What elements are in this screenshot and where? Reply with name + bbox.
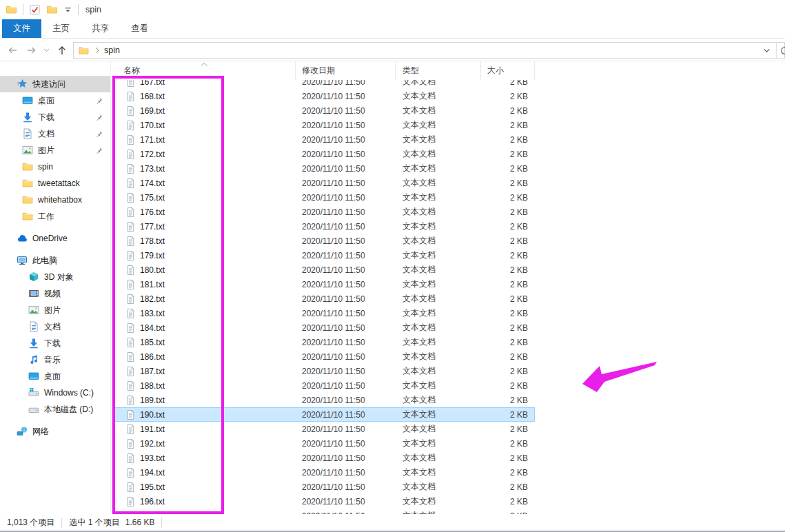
file-row[interactable]: 182.txt 2020/11/10 11:50 文本文档 2 KB <box>114 291 535 306</box>
file-row[interactable]: 178.txt 2020/11/10 11:50 文本文档 2 KB <box>114 234 535 248</box>
address-bar[interactable]: spin <box>73 42 785 59</box>
text-file-icon <box>125 105 136 116</box>
file-name-cell: 179.txt <box>114 250 296 261</box>
sidebar-item[interactable]: 文档 <box>0 125 110 142</box>
file-row[interactable]: 195.txt 2020/11/10 11:50 文本文档 2 KB <box>114 480 535 494</box>
file-size: 2 KB <box>481 222 535 232</box>
file-row[interactable]: 193.txt 2020/11/10 11:50 文本文档 2 KB <box>114 451 535 465</box>
sidebar-item[interactable]: whitehatbox <box>0 192 110 208</box>
file-date: 2020/11/10 11:50 <box>296 352 396 362</box>
sidebar-item[interactable]: 快速访问 <box>0 76 110 92</box>
file-name: 184.txt <box>140 323 165 333</box>
column-header-size[interactable]: 大小 <box>481 61 535 80</box>
ribbon-tab[interactable]: 主页 <box>41 19 81 38</box>
file-row[interactable]: 192.txt 2020/11/10 11:50 文本文档 2 KB <box>114 436 535 451</box>
ribbon-tab[interactable]: 共享 <box>81 19 120 38</box>
file-name: 170.txt <box>140 121 165 130</box>
sidebar-item[interactable]: 图片 <box>0 142 110 158</box>
file-row[interactable]: 180.txt 2020/11/10 11:50 文本文档 2 KB <box>114 263 535 277</box>
sidebar-item[interactable]: 图片 <box>0 302 110 318</box>
file-row[interactable]: 187.txt 2020/11/10 11:50 文本文档 2 KB <box>114 364 535 378</box>
file-date: 2020/11/10 11:50 <box>296 309 396 318</box>
properties-check-icon[interactable] <box>29 4 41 15</box>
file-row[interactable]: 174.txt 2020/11/10 11:50 文本文档 2 KB <box>114 176 535 190</box>
file-row[interactable]: 171.txt 2020/11/10 11:50 文本文档 2 KB <box>114 132 535 147</box>
text-file-icon <box>125 120 136 131</box>
column-header-label: 名称 <box>123 65 140 76</box>
selection-size: 1.66 KB <box>125 518 155 527</box>
file-row[interactable]: 185.txt 2020/11/10 11:50 文本文档 2 KB <box>114 335 535 349</box>
file-row[interactable]: 191.txt 2020/11/10 11:50 文本文档 2 KB <box>114 422 535 436</box>
file-row[interactable]: 197.txt 2020/11/10 11:50 文本文档 2 KB <box>114 509 535 514</box>
file-row[interactable]: 184.txt 2020/11/10 11:50 文本文档 2 KB <box>114 320 535 335</box>
file-size: 2 KB <box>481 396 535 405</box>
file-type: 文本文档 <box>396 206 481 218</box>
sidebar-item[interactable]: 桌面 <box>0 92 110 109</box>
address-dropdown-icon[interactable] <box>763 48 771 53</box>
refresh-icon[interactable] <box>779 45 785 56</box>
up-button[interactable] <box>55 43 69 57</box>
text-file-icon <box>125 163 136 174</box>
text-file-icon <box>125 236 136 247</box>
file-row[interactable]: 186.txt 2020/11/10 11:50 文本文档 2 KB <box>114 349 535 364</box>
file-row[interactable]: 175.txt 2020/11/10 11:50 文本文档 2 KB <box>114 190 535 205</box>
recent-locations-button[interactable] <box>41 43 51 57</box>
column-header-name[interactable]: 名称 <box>111 61 296 80</box>
forward-button[interactable] <box>25 43 39 57</box>
sidebar-item[interactable]: 3D 对象 <box>0 269 110 285</box>
file-row[interactable]: 173.txt 2020/11/10 11:50 文本文档 2 KB <box>114 161 535 176</box>
column-header-date[interactable]: 修改日期 <box>296 61 396 80</box>
sidebar-item[interactable]: 工作 <box>0 208 110 225</box>
file-row[interactable]: 188.txt 2020/11/10 11:50 文本文档 2 KB <box>114 378 535 393</box>
sidebar-item[interactable]: 音乐 <box>0 351 110 368</box>
sidebar-item-label: Windows (C:) <box>44 388 94 398</box>
sidebar-item[interactable]: 下载 <box>0 335 110 351</box>
ribbon-tab[interactable]: 查看 <box>120 19 159 38</box>
sidebar-item[interactable]: 文档 <box>0 318 110 335</box>
sidebar-item[interactable]: OneDrive <box>0 230 110 247</box>
file-size: 2 KB <box>481 280 535 289</box>
file-row[interactable]: 167.txt 2020/11/10 11:50 文本文档 2 KB <box>114 80 535 89</box>
sidebar-item[interactable]: 本地磁盘 (D:) <box>0 401 110 418</box>
back-button[interactable] <box>6 43 19 57</box>
file-size: 2 KB <box>481 164 535 174</box>
breadcrumb-chevron-icon[interactable] <box>95 47 100 54</box>
file-row[interactable]: 190.txt 2020/11/10 11:50 文本文档 2 KB <box>114 407 535 422</box>
sidebar-item-label: 此电脑 <box>32 255 57 267</box>
file-name-cell: 187.txt <box>114 366 296 377</box>
file-date: 2020/11/10 11:50 <box>296 121 396 130</box>
explorer-app-folder-icon <box>6 4 17 15</box>
file-row[interactable]: 179.txt 2020/11/10 11:50 文本文档 2 KB <box>114 248 535 263</box>
sidebar-item[interactable]: 此电脑 <box>0 252 110 269</box>
file-row[interactable]: 196.txt 2020/11/10 11:50 文本文档 2 KB <box>114 494 535 509</box>
file-row[interactable]: 181.txt 2020/11/10 11:50 文本文档 2 KB <box>114 277 535 291</box>
sidebar-item-icon <box>28 321 39 332</box>
file-date: 2020/11/10 11:50 <box>296 222 396 232</box>
customize-quick-access-dropdown-icon[interactable] <box>63 4 72 15</box>
sidebar-item[interactable]: 下载 <box>0 109 110 125</box>
file-row[interactable]: 168.txt 2020/11/10 11:50 文本文档 2 KB <box>114 89 535 103</box>
pin-icon <box>94 113 103 122</box>
sidebar-item[interactable]: 桌面 <box>0 368 110 385</box>
sidebar-item[interactable]: 视频 <box>0 285 110 302</box>
file-row[interactable]: 194.txt 2020/11/10 11:50 文本文档 2 KB <box>114 465 535 480</box>
sidebar-item[interactable]: 网络 <box>0 423 110 440</box>
sidebar-item[interactable]: spin <box>0 158 110 175</box>
file-row[interactable]: 169.txt 2020/11/10 11:50 文本文档 2 KB <box>114 103 535 118</box>
file-size: 2 KB <box>481 352 535 362</box>
file-name-cell: 174.txt <box>114 178 296 189</box>
file-row[interactable]: 177.txt 2020/11/10 11:50 文本文档 2 KB <box>114 219 535 234</box>
file-size: 2 KB <box>481 207 535 217</box>
file-row[interactable]: 183.txt 2020/11/10 11:50 文本文档 2 KB <box>114 306 535 320</box>
ribbon-tab[interactable]: 文件 <box>2 19 41 38</box>
breadcrumb-location[interactable]: spin <box>104 45 120 55</box>
column-header-type[interactable]: 类型 <box>396 61 481 80</box>
sidebar-item[interactable]: tweetattack <box>0 175 110 192</box>
file-row[interactable]: 170.txt 2020/11/10 11:50 文本文档 2 KB <box>114 118 535 132</box>
file-size: 2 KB <box>481 497 535 507</box>
sidebar-item[interactable]: Windows (C:) <box>0 385 110 401</box>
file-row[interactable]: 176.txt 2020/11/10 11:50 文本文档 2 KB <box>114 205 535 219</box>
file-row[interactable]: 172.txt 2020/11/10 11:50 文本文档 2 KB <box>114 147 535 161</box>
new-folder-icon[interactable] <box>46 4 58 15</box>
file-row[interactable]: 189.txt 2020/11/10 11:50 文本文档 2 KB <box>114 393 535 407</box>
